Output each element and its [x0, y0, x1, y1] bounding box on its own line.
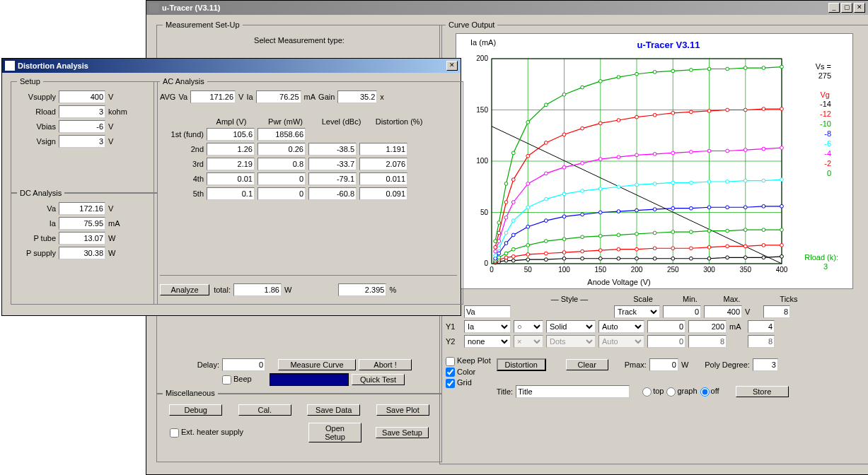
- save-plot-button[interactable]: Save Plot: [376, 404, 429, 416]
- ac-ia-value: [256, 90, 301, 103]
- vsign-input[interactable]: [59, 135, 105, 148]
- svg-point-102: [726, 206, 729, 209]
- svg-point-115: [617, 185, 620, 189]
- beep-checkbox[interactable]: [222, 375, 231, 385]
- ac-pwr: [257, 128, 306, 141]
- title-off-radio[interactable]: [700, 387, 710, 397]
- y1-ticks-input[interactable]: [748, 320, 775, 333]
- measure-curve-button[interactable]: Measure Curve: [278, 359, 356, 370]
- clear-button[interactable]: Clear: [566, 359, 608, 370]
- svg-point-108: [504, 231, 508, 235]
- chart-xlabel: Anode Voltage (V): [587, 278, 650, 286]
- grid-checkbox[interactable]: [446, 379, 455, 388]
- svg-text:Rload (k):: Rload (k):: [804, 253, 838, 262]
- dc-ptube-value: [59, 232, 105, 245]
- y1-line-select[interactable]: Solid: [546, 320, 596, 333]
- rload-label: Rload: [17, 107, 56, 116]
- svg-point-105: [780, 204, 784, 208]
- pmax-input[interactable]: [649, 358, 678, 371]
- chart-plot: u-Tracer V3.11 0501001502002503003504000…: [456, 33, 853, 289]
- svg-point-155: [653, 113, 656, 117]
- y2-scale-select[interactable]: Auto: [598, 335, 644, 348]
- svg-point-118: [671, 181, 675, 184]
- distortion-close-icon[interactable]: ✕: [446, 61, 458, 71]
- abort-button[interactable]: Abort !: [359, 359, 412, 370]
- y2-max-input[interactable]: [688, 335, 727, 348]
- y2-line-select[interactable]: Dots: [546, 335, 596, 348]
- ac-row-label: 4th: [160, 175, 204, 183]
- svg-point-107: [497, 247, 501, 250]
- open-setup-button[interactable]: Open Setup: [308, 423, 361, 442]
- x-var-input[interactable]: [464, 305, 511, 318]
- vsign-label: Vsign: [17, 137, 56, 146]
- vsupply-unit: V: [108, 93, 113, 101]
- svg-point-173: [635, 72, 639, 76]
- title-graph-radio[interactable]: [666, 387, 676, 397]
- x-min-input[interactable]: [663, 305, 701, 318]
- main-titlebar[interactable]: u-Tracer (V3.11) _ ▢ ✕: [146, 1, 868, 15]
- svg-point-130: [544, 172, 548, 175]
- x-scale-select[interactable]: Track: [614, 305, 660, 318]
- analyze-button[interactable]: Analyze: [160, 284, 209, 295]
- maximize-icon[interactable]: ▢: [841, 3, 852, 13]
- polydeg-input[interactable]: [753, 358, 778, 371]
- svg-point-95: [598, 211, 602, 214]
- svg-text:-10: -10: [820, 119, 831, 128]
- svg-point-127: [504, 216, 508, 219]
- color-checkbox[interactable]: [446, 368, 455, 377]
- title-top-radio[interactable]: [642, 387, 652, 397]
- vbias-input[interactable]: [59, 120, 105, 133]
- ac-col-dist: Distortion (%): [371, 117, 427, 126]
- svg-point-85: [762, 228, 765, 232]
- svg-point-179: [743, 66, 747, 70]
- distortion-titlebar[interactable]: Distortion Analysis ✕: [2, 59, 461, 73]
- x-max-input[interactable]: [704, 305, 742, 318]
- minimize-icon[interactable]: _: [828, 3, 840, 13]
- svg-point-176: [689, 69, 693, 72]
- x-ticks-input[interactable]: [763, 305, 790, 318]
- svg-point-112: [562, 192, 566, 196]
- save-data-button[interactable]: Save Data: [307, 404, 360, 416]
- beep-label: Beep: [233, 375, 252, 383]
- vsupply-input[interactable]: [59, 90, 105, 103]
- close-icon[interactable]: ✕: [854, 3, 865, 13]
- keepplot-checkbox[interactable]: [446, 357, 455, 366]
- svg-point-99: [671, 206, 675, 210]
- svg-point-159: [726, 108, 729, 112]
- ac-ampl: [207, 143, 255, 156]
- y1-max-input[interactable]: [688, 320, 727, 333]
- rload-input[interactable]: [59, 105, 105, 118]
- svg-point-79: [653, 231, 656, 235]
- title-input[interactable]: [516, 385, 630, 398]
- y2-ticks-input[interactable]: [748, 335, 775, 348]
- distortion-button[interactable]: Distortion: [497, 358, 546, 371]
- svg-point-80: [671, 230, 675, 234]
- ac-level: [308, 158, 357, 170]
- y1-var-select[interactable]: Ia: [464, 320, 511, 333]
- svg-point-181: [780, 65, 784, 69]
- svg-point-55: [562, 251, 566, 254]
- save-setup-button[interactable]: Save Setup: [376, 427, 429, 438]
- cal-button[interactable]: Cal.: [238, 404, 291, 416]
- delay-input[interactable]: [222, 358, 265, 371]
- quick-test-button[interactable]: Quick Test: [352, 374, 405, 385]
- y2-var-select[interactable]: none: [464, 335, 511, 348]
- svg-point-175: [671, 69, 675, 73]
- svg-point-146: [504, 201, 508, 204]
- y2-min-input[interactable]: [647, 335, 685, 348]
- svg-point-36: [562, 257, 566, 260]
- y1-min-input[interactable]: [647, 320, 685, 333]
- ac-legend: AC Analysis: [160, 77, 207, 86]
- debug-button[interactable]: Debug: [169, 404, 222, 416]
- y1-marker-select[interactable]: ○: [514, 320, 543, 333]
- store-button[interactable]: Store: [736, 386, 789, 397]
- style-header: — Style —: [523, 295, 615, 303]
- svg-point-156: [671, 111, 675, 115]
- y2-marker-select[interactable]: ×: [514, 335, 543, 348]
- svg-text:0: 0: [490, 266, 494, 274]
- ext-heater-checkbox[interactable]: [170, 428, 179, 438]
- y1-scale-select[interactable]: Auto: [598, 320, 644, 333]
- svg-point-69: [497, 256, 501, 259]
- svg-point-128: [511, 201, 515, 204]
- measurement-setup-legend: Measurement Set-Up: [163, 20, 243, 29]
